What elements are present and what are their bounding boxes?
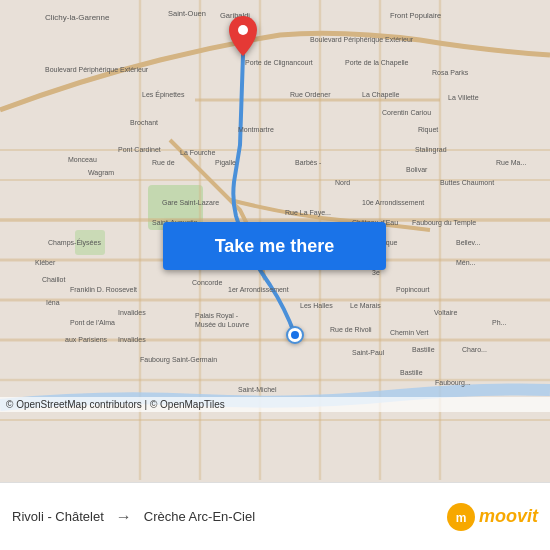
svg-text:Invalides: Invalides [118, 309, 146, 316]
svg-text:Faubourg...: Faubourg... [435, 379, 471, 387]
svg-text:Franklin D. Roosevelt: Franklin D. Roosevelt [70, 286, 137, 293]
svg-text:Le Marais: Le Marais [350, 302, 381, 309]
svg-text:Invalides: Invalides [118, 336, 146, 343]
bottom-bar: Rivoli - Châtelet → Crèche Arc-En-Ciel m… [0, 482, 550, 550]
svg-text:Front Populaire: Front Populaire [390, 11, 441, 20]
svg-text:La Fourche: La Fourche [180, 149, 216, 156]
svg-text:Les Halles: Les Halles [300, 302, 333, 309]
svg-text:Pigalle: Pigalle [215, 159, 236, 167]
svg-text:Montmartre: Montmartre [238, 126, 274, 133]
route-to-label: Crèche Arc-En-Ciel [144, 509, 255, 524]
svg-text:Chemin Vert: Chemin Vert [390, 329, 429, 336]
svg-text:Charo...: Charo... [462, 346, 487, 353]
svg-text:Bolivar: Bolivar [406, 166, 428, 173]
svg-text:Pont Cardinet: Pont Cardinet [118, 146, 161, 153]
svg-text:Stalingrad: Stalingrad [415, 146, 447, 154]
svg-text:Bastille: Bastille [400, 369, 423, 376]
svg-text:Rue La Faye...: Rue La Faye... [285, 209, 331, 217]
origin-dot [287, 327, 303, 343]
svg-text:Iéna: Iéna [46, 299, 60, 306]
svg-text:Nord: Nord [335, 179, 350, 186]
svg-text:Voltaire: Voltaire [434, 309, 457, 316]
svg-text:Saint-Paul: Saint-Paul [352, 349, 385, 356]
svg-text:m: m [456, 511, 467, 525]
svg-text:Buttes Chaumont: Buttes Chaumont [440, 179, 494, 186]
svg-point-89 [238, 25, 248, 35]
moovit-svg-icon: m [451, 507, 471, 527]
svg-text:Kléber: Kléber [35, 259, 56, 266]
svg-text:Rue de Rivoli: Rue de Rivoli [330, 326, 372, 333]
svg-text:Musée du Louvre: Musée du Louvre [195, 321, 249, 328]
svg-text:Chaillot: Chaillot [42, 276, 65, 283]
svg-text:Riquet: Riquet [418, 126, 438, 134]
svg-text:Saint-Ouen: Saint-Ouen [168, 9, 206, 18]
svg-text:La Villette: La Villette [448, 94, 479, 101]
take-me-there-button[interactable]: Take me there [163, 222, 386, 270]
svg-text:Corentin Cariou: Corentin Cariou [382, 109, 431, 116]
svg-text:Bellev...: Bellev... [456, 239, 480, 246]
svg-text:Rue de: Rue de [152, 159, 175, 166]
svg-text:Rue Ordener: Rue Ordener [290, 91, 331, 98]
svg-text:Ph...: Ph... [492, 319, 506, 326]
moovit-name: moovit [479, 506, 538, 527]
svg-text:10e Arrondissement: 10e Arrondissement [362, 199, 424, 206]
svg-text:Porte de la Chapelle: Porte de la Chapelle [345, 59, 409, 67]
svg-text:Faubourg du Temple: Faubourg du Temple [412, 219, 476, 227]
svg-text:Bastille: Bastille [412, 346, 435, 353]
svg-text:Les Épinettes: Les Épinettes [142, 90, 185, 99]
svg-text:Wagram: Wagram [88, 169, 114, 177]
svg-text:Faubourg Saint-Germain: Faubourg Saint-Germain [140, 356, 217, 364]
svg-text:Pont de l'Alma: Pont de l'Alma [70, 319, 115, 326]
svg-text:Monceau: Monceau [68, 156, 97, 163]
moovit-icon: m [447, 503, 475, 531]
map-container: Clichy-la-Garenne Saint-Ouen Garibaldi F… [0, 0, 550, 480]
svg-text:1er Arrondissement: 1er Arrondissement [228, 286, 289, 293]
svg-point-91 [291, 331, 299, 339]
svg-text:aux Parisiens: aux Parisiens [65, 336, 108, 343]
svg-text:Barbès -: Barbès - [295, 159, 322, 166]
svg-text:Clichy-la-Garenne: Clichy-la-Garenne [45, 13, 110, 22]
map-attribution: © OpenStreetMap contributors | © OpenMap… [0, 397, 550, 412]
attribution-text: © OpenStreetMap contributors | © OpenMap… [6, 399, 225, 410]
svg-text:Brochant: Brochant [130, 119, 158, 126]
svg-text:Palais Royal -: Palais Royal - [195, 312, 239, 320]
route-arrow-icon: → [116, 508, 132, 526]
svg-text:Boulevard Périphérique Extérie: Boulevard Périphérique Extérieur [310, 36, 414, 44]
svg-text:Popincourt: Popincourt [396, 286, 430, 294]
svg-text:Gare Saint-Lazare: Gare Saint-Lazare [162, 199, 219, 206]
svg-text:Rosa Parks: Rosa Parks [432, 69, 469, 76]
svg-text:La Chapelle: La Chapelle [362, 91, 399, 99]
route-from-label: Rivoli - Châtelet [12, 509, 104, 524]
svg-text:Concorde: Concorde [192, 279, 222, 286]
svg-text:Porte de Clignancourt: Porte de Clignancourt [245, 59, 313, 67]
svg-text:3e: 3e [372, 269, 380, 276]
moovit-logo: m moovit [447, 503, 538, 531]
svg-text:Boulevard Périphérique Extérie: Boulevard Périphérique Extérieur [45, 66, 149, 74]
svg-text:Saint-Michel: Saint-Michel [238, 386, 277, 393]
svg-text:Rue Ma...: Rue Ma... [496, 159, 526, 166]
svg-text:Champs-Élysées: Champs-Élysées [48, 238, 101, 247]
svg-text:Mén...: Mén... [456, 259, 476, 266]
